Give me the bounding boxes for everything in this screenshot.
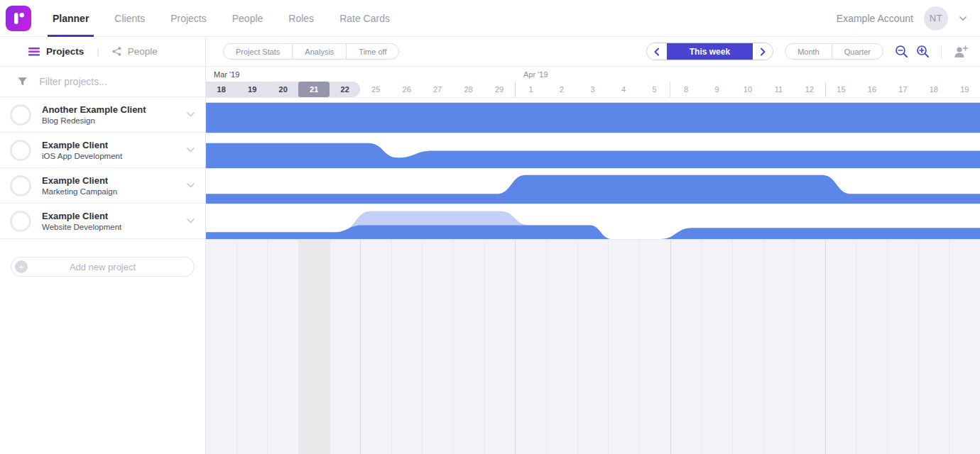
schedule-row-ios-app-development[interactable]	[206, 133, 980, 169]
date-cell[interactable]: 1	[515, 82, 546, 97]
chevron-down-icon[interactable]	[959, 16, 967, 21]
workload-area-chart[interactable]	[206, 169, 980, 204]
date-cell[interactable]: 28	[453, 82, 484, 97]
grid-column	[608, 240, 639, 454]
add-person-icon	[953, 45, 969, 58]
date-cell[interactable]: 10	[732, 82, 763, 97]
project-text: Example ClientWebsite Development	[42, 211, 175, 232]
app-logo[interactable]	[6, 6, 31, 31]
workload-area-scheduled[interactable]	[206, 103, 980, 133]
date-cell-today[interactable]: 21	[298, 82, 329, 97]
tab-time-off[interactable]: Time off	[346, 44, 398, 59]
add-person-button[interactable]	[953, 45, 969, 58]
month-label-apr: Apr '19	[516, 70, 980, 79]
project-name: Marketing Campaign	[42, 187, 175, 196]
timeline-grid	[206, 240, 980, 454]
schedule-row-blog-redesign[interactable]	[206, 98, 980, 133]
workload-area-chart[interactable]	[206, 98, 980, 133]
grid-column-today	[298, 240, 330, 454]
tab-month[interactable]: Month	[785, 44, 832, 59]
chevron-down-icon[interactable]	[186, 147, 195, 153]
avatar[interactable]: NT	[924, 6, 948, 31]
date-cell[interactable]: 26	[391, 82, 422, 97]
workload-area-scheduled[interactable]	[206, 143, 980, 168]
project-text: Another Example ClientBlog Redesign	[42, 104, 175, 126]
date-cell[interactable]: 17	[888, 82, 918, 97]
this-week-button[interactable]: This week	[667, 43, 753, 60]
projects-view-toggle[interactable]: Projects	[28, 46, 84, 57]
project-row[interactable]: Another Example ClientBlog Redesign	[0, 97, 205, 133]
date-cell[interactable]: 12	[794, 82, 824, 97]
grid-column	[949, 240, 980, 454]
date-cell[interactable]: 5	[639, 82, 670, 97]
grid-column	[422, 240, 453, 454]
date-cell[interactable]: 19	[949, 82, 980, 97]
projects-list-icon	[28, 48, 40, 56]
people-view-toggle[interactable]: People	[112, 46, 158, 57]
project-name: iOS App Development	[42, 152, 175, 160]
project-avatar	[10, 211, 31, 232]
tab-quarter[interactable]: Quarter	[832, 44, 883, 59]
grid-column	[794, 240, 825, 454]
date-cell[interactable]: 9	[702, 82, 732, 97]
client-name: Example Client	[42, 211, 175, 222]
toggle-separator: |	[97, 46, 99, 57]
date-cell[interactable]: 4	[608, 82, 638, 97]
grid-column	[639, 240, 670, 454]
workload-area-scheduled[interactable]	[206, 225, 980, 239]
date-cell[interactable]: 20	[268, 82, 298, 97]
workload-area-chart[interactable]	[206, 204, 980, 239]
add-new-project-button[interactable]: + Add new project	[11, 257, 195, 277]
date-cell[interactable]: 16	[856, 82, 887, 97]
project-row[interactable]: Example ClientiOS App Development	[0, 133, 205, 168]
filter-projects-input[interactable]	[39, 76, 194, 87]
view-toggle-bar: Projects | People	[0, 37, 205, 67]
date-cell[interactable]: 3	[577, 82, 608, 97]
projects-toggle-label: Projects	[46, 46, 84, 57]
nav-item-projects[interactable]: Projects	[170, 0, 207, 37]
date-cell[interactable]: 11	[763, 82, 794, 97]
nav-item-people[interactable]: People	[232, 0, 263, 37]
workload-area-scheduled[interactable]	[206, 175, 980, 204]
tab-analysis[interactable]: Analysis	[292, 44, 346, 59]
nav-item-roles[interactable]: Roles	[288, 0, 314, 37]
schedule-row-website-development[interactable]	[206, 204, 980, 240]
nav-item-rate-cards[interactable]: Rate Cards	[339, 0, 390, 37]
grid-column	[453, 240, 484, 454]
schedule-row-marketing-campaign[interactable]	[206, 169, 980, 204]
date-cell[interactable]: 22	[330, 82, 360, 97]
date-cell[interactable]: 18	[918, 82, 949, 97]
date-cell[interactable]: 2	[546, 82, 577, 97]
grid-column	[236, 240, 268, 454]
workload-area-chart[interactable]	[206, 133, 980, 168]
grid-column	[918, 240, 949, 454]
date-cell[interactable]: 18	[206, 82, 236, 97]
date-cell[interactable]: 19	[236, 82, 267, 97]
project-row[interactable]: Example ClientMarketing Campaign	[0, 168, 205, 204]
prev-week-button[interactable]	[647, 43, 667, 60]
chevron-down-icon[interactable]	[186, 111, 195, 118]
date-cell[interactable]: 27	[422, 82, 452, 97]
chevron-down-icon[interactable]	[186, 182, 195, 189]
grid-column	[732, 240, 763, 454]
nav-item-clients[interactable]: Clients	[114, 0, 145, 37]
grid-column	[206, 240, 236, 454]
account-menu[interactable]: Example Account NT	[837, 6, 967, 31]
grid-column	[856, 240, 887, 454]
zoom-in-button[interactable]	[916, 45, 930, 58]
chevron-down-icon[interactable]	[186, 218, 195, 224]
date-cell[interactable]: 8	[670, 82, 701, 97]
project-avatar	[10, 104, 31, 126]
project-name: Website Development	[42, 223, 175, 231]
date-cell[interactable]: 15	[825, 82, 856, 97]
zoom-out-button[interactable]	[895, 45, 908, 58]
tab-project-stats[interactable]: Project Stats	[224, 44, 292, 59]
nav-item-planner[interactable]: Planner	[53, 0, 89, 37]
zoom-out-icon	[895, 45, 908, 58]
project-row[interactable]: Example ClientWebsite Development	[0, 204, 205, 239]
next-week-button[interactable]	[753, 43, 773, 60]
stats-tab-group: Project StatsAnalysisTime off	[223, 43, 399, 60]
project-text: Example ClientMarketing Campaign	[42, 175, 175, 196]
date-cell[interactable]: 25	[360, 82, 391, 97]
date-cell[interactable]: 29	[484, 82, 514, 97]
